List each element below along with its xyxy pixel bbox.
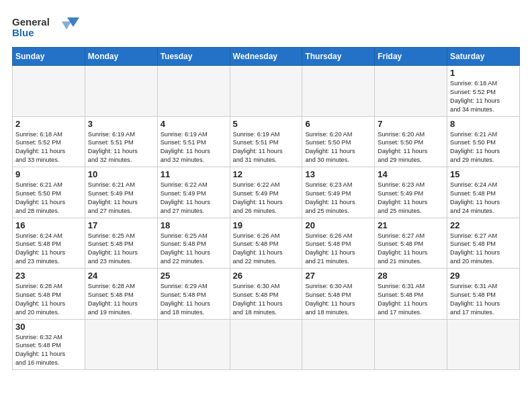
day-info: Sunrise: 6:25 AM Sunset: 5:48 PM Dayligh… <box>161 232 227 267</box>
svg-marker-3 <box>62 21 71 30</box>
day-cell: 25Sunrise: 6:29 AM Sunset: 5:48 PM Dayli… <box>157 269 230 320</box>
day-number: 20 <box>305 220 371 230</box>
day-number: 8 <box>450 119 517 129</box>
day-number: 29 <box>450 271 517 281</box>
day-number: 26 <box>233 271 300 281</box>
day-info: Sunrise: 6:18 AM Sunset: 5:52 PM Dayligh… <box>450 79 517 114</box>
day-cell: 4Sunrise: 6:19 AM Sunset: 5:51 PM Daylig… <box>157 116 230 167</box>
day-info: Sunrise: 6:21 AM Sunset: 5:50 PM Dayligh… <box>450 130 517 165</box>
day-number: 25 <box>161 271 227 281</box>
day-info: Sunrise: 6:30 AM Sunset: 5:48 PM Dayligh… <box>305 282 371 317</box>
day-info: Sunrise: 6:27 AM Sunset: 5:48 PM Dayligh… <box>450 232 517 267</box>
day-cell: 21Sunrise: 6:27 AM Sunset: 5:48 PM Dayli… <box>375 218 447 269</box>
weekday-monday: Monday <box>85 48 157 66</box>
day-info: Sunrise: 6:26 AM Sunset: 5:48 PM Dayligh… <box>305 232 371 267</box>
day-number: 24 <box>88 271 154 281</box>
day-number: 13 <box>305 169 371 179</box>
day-cell: 18Sunrise: 6:25 AM Sunset: 5:48 PM Dayli… <box>157 218 230 269</box>
day-number: 19 <box>233 220 300 230</box>
day-cell: 2Sunrise: 6:18 AM Sunset: 5:52 PM Daylig… <box>13 116 85 167</box>
day-info: Sunrise: 6:20 AM Sunset: 5:50 PM Dayligh… <box>305 130 371 165</box>
day-cell: 6Sunrise: 6:20 AM Sunset: 5:50 PM Daylig… <box>302 116 375 167</box>
day-info: Sunrise: 6:25 AM Sunset: 5:48 PM Dayligh… <box>88 232 154 267</box>
day-cell: 24Sunrise: 6:28 AM Sunset: 5:48 PM Dayli… <box>85 269 157 320</box>
day-cell <box>157 319 230 370</box>
week-row-5: 23Sunrise: 6:28 AM Sunset: 5:48 PM Dayli… <box>13 269 520 320</box>
day-number: 21 <box>378 220 444 230</box>
day-cell: 5Sunrise: 6:19 AM Sunset: 5:51 PM Daylig… <box>230 116 302 167</box>
day-cell: 17Sunrise: 6:25 AM Sunset: 5:48 PM Dayli… <box>85 218 157 269</box>
day-cell: 12Sunrise: 6:22 AM Sunset: 5:49 PM Dayli… <box>230 167 302 218</box>
day-cell <box>85 319 157 370</box>
day-cell <box>447 319 520 370</box>
logo: General Blue <box>12 12 86 42</box>
day-number: 18 <box>161 220 227 230</box>
day-number: 30 <box>15 322 82 332</box>
day-info: Sunrise: 6:28 AM Sunset: 5:48 PM Dayligh… <box>88 282 154 317</box>
week-row-6: 30Sunrise: 6:32 AM Sunset: 5:48 PM Dayli… <box>13 319 520 370</box>
day-number: 14 <box>378 169 444 179</box>
day-cell: 8Sunrise: 6:21 AM Sunset: 5:50 PM Daylig… <box>447 116 520 167</box>
day-info: Sunrise: 6:21 AM Sunset: 5:50 PM Dayligh… <box>15 181 82 216</box>
calendar: SundayMondayTuesdayWednesdayThursdayFrid… <box>12 47 520 370</box>
day-cell <box>230 319 302 370</box>
weekday-wednesday: Wednesday <box>230 48 302 66</box>
day-cell: 28Sunrise: 6:31 AM Sunset: 5:48 PM Dayli… <box>375 269 447 320</box>
svg-text:General: General <box>12 16 50 28</box>
day-cell: 3Sunrise: 6:19 AM Sunset: 5:51 PM Daylig… <box>85 116 157 167</box>
day-number: 12 <box>233 169 300 179</box>
day-cell: 19Sunrise: 6:26 AM Sunset: 5:48 PM Dayli… <box>230 218 302 269</box>
day-number: 22 <box>450 220 517 230</box>
day-cell: 26Sunrise: 6:30 AM Sunset: 5:48 PM Dayli… <box>230 269 302 320</box>
day-cell: 1Sunrise: 6:18 AM Sunset: 5:52 PM Daylig… <box>447 66 520 117</box>
day-info: Sunrise: 6:22 AM Sunset: 5:49 PM Dayligh… <box>161 181 227 216</box>
day-cell <box>375 66 447 117</box>
day-cell <box>302 66 375 117</box>
week-row-3: 9Sunrise: 6:21 AM Sunset: 5:50 PM Daylig… <box>13 167 520 218</box>
day-cell: 22Sunrise: 6:27 AM Sunset: 5:48 PM Dayli… <box>447 218 520 269</box>
day-cell <box>375 319 447 370</box>
day-cell: 27Sunrise: 6:30 AM Sunset: 5:48 PM Dayli… <box>302 269 375 320</box>
logo-svg: General Blue <box>12 12 86 42</box>
day-cell <box>13 66 85 117</box>
day-cell: 20Sunrise: 6:26 AM Sunset: 5:48 PM Dayli… <box>302 218 375 269</box>
day-cell: 9Sunrise: 6:21 AM Sunset: 5:50 PM Daylig… <box>13 167 85 218</box>
page: General Blue SundayMondayTuesdayWednesda… <box>0 0 532 382</box>
day-number: 11 <box>161 169 227 179</box>
svg-text:Blue: Blue <box>12 27 34 38</box>
day-cell <box>230 66 302 117</box>
day-info: Sunrise: 6:23 AM Sunset: 5:49 PM Dayligh… <box>378 181 444 216</box>
day-number: 15 <box>450 169 517 179</box>
day-info: Sunrise: 6:29 AM Sunset: 5:48 PM Dayligh… <box>161 282 227 317</box>
week-row-2: 2Sunrise: 6:18 AM Sunset: 5:52 PM Daylig… <box>13 116 520 167</box>
day-number: 16 <box>15 220 82 230</box>
day-info: Sunrise: 6:28 AM Sunset: 5:48 PM Dayligh… <box>15 282 82 317</box>
day-cell: 30Sunrise: 6:32 AM Sunset: 5:48 PM Dayli… <box>13 319 85 370</box>
weekday-sunday: Sunday <box>13 48 85 66</box>
day-info: Sunrise: 6:26 AM Sunset: 5:48 PM Dayligh… <box>233 232 300 267</box>
day-info: Sunrise: 6:31 AM Sunset: 5:48 PM Dayligh… <box>378 282 444 317</box>
day-number: 28 <box>378 271 444 281</box>
day-cell: 16Sunrise: 6:24 AM Sunset: 5:48 PM Dayli… <box>13 218 85 269</box>
day-number: 5 <box>233 119 300 129</box>
day-cell: 14Sunrise: 6:23 AM Sunset: 5:49 PM Dayli… <box>375 167 447 218</box>
weekday-header-row: SundayMondayTuesdayWednesdayThursdayFrid… <box>13 48 520 66</box>
day-number: 9 <box>15 169 82 179</box>
day-cell: 13Sunrise: 6:23 AM Sunset: 5:49 PM Dayli… <box>302 167 375 218</box>
day-info: Sunrise: 6:20 AM Sunset: 5:50 PM Dayligh… <box>378 130 444 165</box>
day-info: Sunrise: 6:23 AM Sunset: 5:49 PM Dayligh… <box>305 181 371 216</box>
day-info: Sunrise: 6:24 AM Sunset: 5:48 PM Dayligh… <box>450 181 517 216</box>
day-info: Sunrise: 6:18 AM Sunset: 5:52 PM Dayligh… <box>15 130 82 165</box>
day-cell <box>302 319 375 370</box>
day-number: 27 <box>305 271 371 281</box>
day-cell: 7Sunrise: 6:20 AM Sunset: 5:50 PM Daylig… <box>375 116 447 167</box>
day-cell: 15Sunrise: 6:24 AM Sunset: 5:48 PM Dayli… <box>447 167 520 218</box>
day-cell: 29Sunrise: 6:31 AM Sunset: 5:48 PM Dayli… <box>447 269 520 320</box>
weekday-saturday: Saturday <box>447 48 520 66</box>
day-info: Sunrise: 6:22 AM Sunset: 5:49 PM Dayligh… <box>233 181 300 216</box>
day-cell <box>157 66 230 117</box>
weekday-tuesday: Tuesday <box>157 48 230 66</box>
day-info: Sunrise: 6:31 AM Sunset: 5:48 PM Dayligh… <box>450 282 517 317</box>
day-number: 4 <box>161 119 227 129</box>
day-cell: 23Sunrise: 6:28 AM Sunset: 5:48 PM Dayli… <box>13 269 85 320</box>
